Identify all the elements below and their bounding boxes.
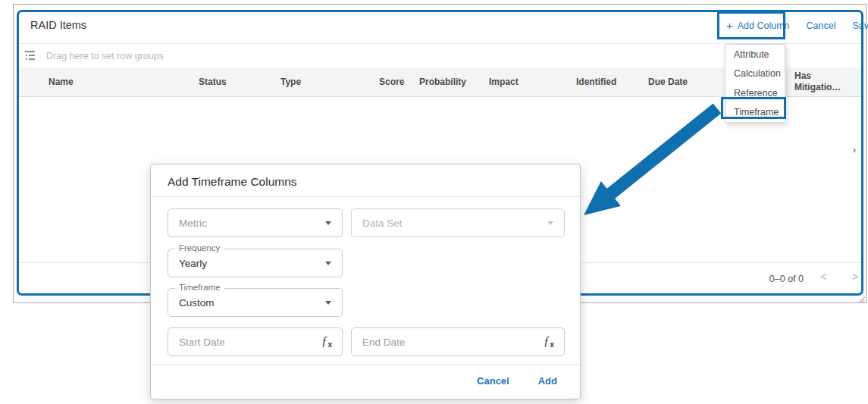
grid-save-button[interactable]: Save <box>852 20 868 31</box>
end-date-input[interactable]: End Date ƒx <box>351 327 565 356</box>
header-cell-identified[interactable]: Identified <box>576 77 648 87</box>
frequency-select[interactable]: Frequency Yearly <box>168 249 343 277</box>
pagination-range: 0–0 of 0 <box>749 274 804 284</box>
chevron-down-icon <box>547 221 553 225</box>
header-cell-has-mitigation[interactable]: Has Mitigatio… <box>794 70 861 93</box>
add-column-button[interactable]: + Add Column <box>720 20 796 31</box>
data-set-select[interactable]: Data Set <box>351 208 565 237</box>
pagination-prev-icon[interactable]: < <box>820 271 827 282</box>
grid-toolbar: + Add Column Cancel Save <box>720 20 868 31</box>
frequency-value: Yearly <box>179 258 207 269</box>
dialog-title-divider <box>151 196 580 197</box>
dialog-title: Add Timeframe Columns <box>168 175 297 189</box>
dialog-footer-divider <box>151 365 580 365</box>
plus-icon: + <box>726 20 733 31</box>
grid-cancel-button[interactable]: Cancel <box>807 20 836 31</box>
timeframe-label: Timeframe <box>175 283 224 292</box>
header-cell-impact[interactable]: Impact <box>489 77 576 87</box>
start-date-input[interactable]: Start Date ƒx <box>168 327 343 356</box>
metric-select[interactable]: Metric <box>168 208 343 237</box>
timeframe-value: Custom <box>179 297 215 308</box>
frequency-label: Frequency <box>175 243 224 252</box>
add-column-label: Add Column <box>738 20 790 31</box>
page-title: RAID Items <box>30 19 86 31</box>
chevron-down-icon <box>325 301 331 305</box>
chevron-down-icon <box>325 221 331 225</box>
header-cell-probability[interactable]: Probability <box>419 77 489 87</box>
timeframe-select[interactable]: Timeframe Custom <box>168 288 343 317</box>
pagination-next-icon[interactable]: > <box>852 271 859 282</box>
add-column-menu: Attribute Calculation Reference Timefram… <box>725 44 785 123</box>
resize-handle-icon[interactable] <box>858 296 866 303</box>
dialog-cancel-button[interactable]: Cancel <box>477 375 509 387</box>
data-set-placeholder: Data Set <box>362 218 403 229</box>
dialog-buttons: Cancel Add <box>477 375 557 387</box>
header-cell-score[interactable]: Score <box>379 77 419 87</box>
row-group-icon <box>25 51 36 61</box>
end-date-placeholder: End Date <box>362 337 405 348</box>
menu-item-attribute[interactable]: Attribute <box>725 45 785 64</box>
dialog-add-button[interactable]: Add <box>538 375 557 387</box>
start-date-placeholder: Start Date <box>179 337 225 348</box>
header-cell-status[interactable]: Status <box>199 77 280 87</box>
formula-fx-icon[interactable]: ƒx <box>321 334 332 349</box>
metric-placeholder: Metric <box>179 218 207 229</box>
formula-fx-icon[interactable]: ƒx <box>544 334 554 349</box>
chevron-down-icon <box>325 262 331 265</box>
header-cell-name[interactable]: Name <box>49 77 199 87</box>
side-panel-toggle-icon[interactable]: › <box>853 145 856 155</box>
header-cell-type[interactable]: Type <box>280 77 379 87</box>
row-group-hint: Drag here to set row groups <box>46 51 164 61</box>
add-timeframe-columns-dialog: Add Timeframe Columns Metric Data Set Fr… <box>150 164 581 399</box>
menu-item-timeframe[interactable]: Timeframe <box>725 103 785 123</box>
menu-item-calculation[interactable]: Calculation <box>725 64 785 84</box>
menu-item-reference[interactable]: Reference <box>725 83 785 103</box>
